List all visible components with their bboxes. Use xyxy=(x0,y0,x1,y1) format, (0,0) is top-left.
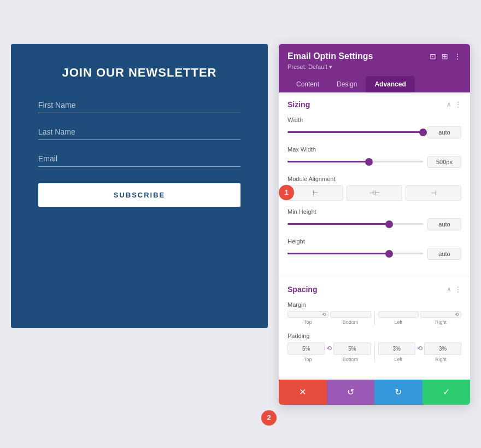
min-height-value[interactable]: auto xyxy=(427,218,461,230)
max-width-label: Max Width xyxy=(288,146,461,153)
header-icons: ⊡ ⊞ ⋮ xyxy=(430,52,461,61)
margin-left-label: Left xyxy=(378,319,419,325)
padding-lr-link[interactable]: ⟲ xyxy=(417,345,423,352)
alignment-options: ⊢ ⊣⊢ ⊣ xyxy=(288,185,461,201)
undo-button[interactable]: ↺ xyxy=(327,380,375,405)
max-width-slider[interactable] xyxy=(288,161,423,162)
redo-button[interactable]: ↻ xyxy=(374,380,423,405)
panel-header: Email Optin Settings ⊡ ⊞ ⋮ Preset: Defau… xyxy=(279,44,470,76)
cancel-button[interactable]: ✕ xyxy=(279,380,327,405)
newsletter-card: JOIN OUR NEWSLETTER SUBSCRIBE xyxy=(11,44,268,328)
badge-1: 1 xyxy=(279,185,294,200)
margin-right-label: Right xyxy=(420,319,461,325)
padding-top-input[interactable]: 5% xyxy=(288,342,325,355)
margin-left-input[interactable] xyxy=(378,311,419,318)
width-field: Width auto xyxy=(288,117,461,138)
first-name-field[interactable] xyxy=(38,97,241,113)
email-input[interactable] xyxy=(38,151,241,167)
alignment-field: Module Alignment ⊢ ⊣⊢ ⊣ xyxy=(288,176,461,201)
panel-body: Sizing ∧ ⋮ Width auto xyxy=(279,92,470,380)
height-label: Height xyxy=(288,238,461,245)
padding-left-label: Left xyxy=(378,357,419,362)
collapse-icon[interactable]: ∧ xyxy=(447,101,451,108)
margin-bottom-input[interactable] xyxy=(330,311,371,318)
settings-panel: Email Optin Settings ⊡ ⊞ ⋮ Preset: Defau… xyxy=(279,44,470,405)
margin-field: Margin ⟲ Top Bottom xyxy=(288,301,461,325)
padding-right-label: Right xyxy=(420,357,461,362)
badge-2: 2 xyxy=(261,410,277,426)
alignment-label: Module Alignment xyxy=(288,176,461,182)
padding-bottom-label: Bottom xyxy=(330,357,371,362)
min-height-label: Min Height xyxy=(288,208,461,215)
height-value[interactable]: auto xyxy=(427,248,461,260)
sizing-section: Sizing ∧ ⋮ Width auto xyxy=(279,92,470,275)
subscribe-button[interactable]: SUBSCRIBE xyxy=(38,183,241,207)
max-width-field: Max Width 500px xyxy=(288,146,461,168)
spacing-title: Spacing xyxy=(288,285,317,294)
padding-field: Padding 5% ⟲ 5% Top Bottom xyxy=(288,333,461,362)
tab-advanced[interactable]: Advanced xyxy=(366,76,414,92)
min-height-field: Min Height auto xyxy=(288,208,461,230)
panel-toolbar: ✕ ↺ ↻ ✓ xyxy=(279,380,470,405)
tab-content[interactable]: Content xyxy=(288,76,328,92)
save-button[interactable]: ✓ xyxy=(423,380,471,405)
panel-preset[interactable]: Preset: Default ▾ xyxy=(288,63,461,71)
newsletter-title: JOIN OUR NEWSLETTER xyxy=(62,66,216,80)
sizing-more-icon[interactable]: ⋮ xyxy=(455,101,461,108)
sizing-title: Sizing xyxy=(288,100,310,109)
margin-bottom-label: Bottom xyxy=(330,319,371,325)
min-height-slider[interactable] xyxy=(288,223,423,225)
grid-icon[interactable]: ⊞ xyxy=(442,52,448,61)
newsletter-form: SUBSCRIBE xyxy=(38,97,241,207)
padding-left-input[interactable]: 3% xyxy=(378,342,415,355)
panel-title: Email Optin Settings xyxy=(288,51,373,61)
margin-right-input[interactable]: ⟲ xyxy=(420,311,461,318)
margin-top-input[interactable]: ⟲ xyxy=(288,311,329,318)
tab-design[interactable]: Design xyxy=(328,76,366,92)
first-name-input[interactable] xyxy=(38,97,241,113)
spacing-more-icon[interactable]: ⋮ xyxy=(455,286,461,293)
padding-label: Padding xyxy=(288,333,461,339)
spacing-collapse-icon[interactable]: ∧ xyxy=(447,286,451,293)
spacing-section: Spacing ∧ ⋮ Margin ⟲ xyxy=(279,277,470,377)
height-slider[interactable] xyxy=(288,253,423,254)
padding-tb-link[interactable]: ⟲ xyxy=(326,345,332,352)
sizing-header: Sizing ∧ ⋮ xyxy=(288,100,461,109)
align-left-btn[interactable]: ⊢ xyxy=(288,185,343,201)
width-label: Width xyxy=(288,117,461,123)
max-width-value[interactable]: 500px xyxy=(427,156,461,168)
last-name-field[interactable] xyxy=(38,124,241,140)
align-center-btn[interactable]: ⊣⊢ xyxy=(347,185,402,201)
spacing-header: Spacing ∧ ⋮ xyxy=(288,285,461,294)
margin-top-label: Top xyxy=(288,319,329,325)
email-field[interactable] xyxy=(38,151,241,167)
width-slider[interactable] xyxy=(288,131,423,133)
padding-top-label: Top xyxy=(288,357,329,362)
more-icon[interactable]: ⋮ xyxy=(454,52,461,61)
panel-tabs: Content Design Advanced xyxy=(279,76,470,92)
expand-icon[interactable]: ⊡ xyxy=(430,52,436,61)
height-field: Height auto xyxy=(288,238,461,260)
padding-bottom-input[interactable]: 5% xyxy=(333,342,371,355)
last-name-input[interactable] xyxy=(38,124,241,140)
padding-right-input[interactable]: 3% xyxy=(424,342,461,355)
align-right-btn[interactable]: ⊣ xyxy=(406,185,461,201)
margin-label: Margin xyxy=(288,301,461,308)
width-value[interactable]: auto xyxy=(427,126,461,138)
